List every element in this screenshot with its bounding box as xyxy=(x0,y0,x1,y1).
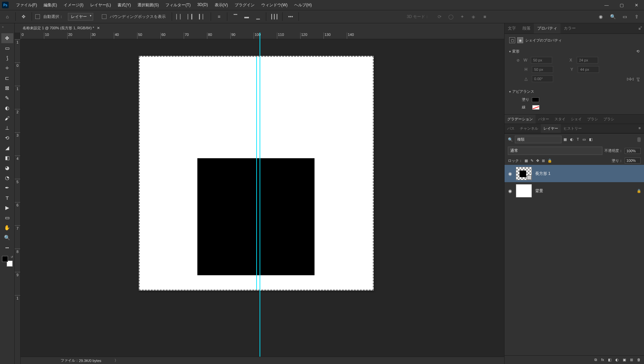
tab-properties[interactable]: プロパティ xyxy=(534,23,560,34)
workspace-icon[interactable]: ▭ xyxy=(620,12,629,21)
layer-rectangle1[interactable]: ◉ 長方形 1 xyxy=(505,165,644,182)
tab-layers[interactable]: レイヤー xyxy=(541,124,561,133)
tab-styles[interactable]: スタイ xyxy=(552,115,568,124)
healing-tool[interactable]: ◐ xyxy=(1,103,13,113)
layers-panel-menu-icon[interactable]: ≡ xyxy=(635,124,644,133)
adjustment-icon[interactable]: ◐ xyxy=(615,358,619,362)
layer-visibility-icon[interactable]: ◉ xyxy=(507,188,513,193)
swap-colors-icon[interactable]: ↺ xyxy=(11,255,13,259)
pen-tool[interactable]: ✒ xyxy=(1,183,13,193)
guide-line[interactable] xyxy=(256,57,257,290)
more-options-icon[interactable]: ••• xyxy=(286,12,295,21)
layer-visibility-icon[interactable]: ◉ xyxy=(507,171,513,176)
tab-channel[interactable]: チャンネル xyxy=(517,124,541,133)
hand-tool[interactable]: ✋ xyxy=(1,223,13,233)
align-hcenter-icon[interactable]: ▏▎ xyxy=(187,12,196,21)
tab-gradient[interactable]: グラデーション xyxy=(505,115,536,124)
artboard[interactable] xyxy=(139,56,374,291)
fill-swatch[interactable] xyxy=(532,97,539,102)
align-right-icon[interactable]: ▎▏ xyxy=(198,12,207,21)
lock-all-icon[interactable]: 🔒 xyxy=(547,159,552,163)
reset-transform-icon[interactable]: ⟲ xyxy=(636,49,639,54)
eraser-tool[interactable]: ◢ xyxy=(1,143,13,153)
align-bottom-icon[interactable]: ▁ xyxy=(253,12,263,21)
tab-brushes[interactable]: ブラシ xyxy=(584,115,601,124)
y-input[interactable] xyxy=(578,66,599,73)
ruler-horizontal[interactable]: 0102030405060708090100110120130140 xyxy=(21,33,504,39)
canvas[interactable] xyxy=(21,39,504,357)
clone-tool[interactable]: ⊥ xyxy=(1,123,13,133)
layer-filter-select[interactable]: 種類 xyxy=(515,136,561,143)
auto-select-checkbox[interactable] xyxy=(35,14,40,19)
type-tool[interactable]: T xyxy=(1,193,13,203)
tab-color[interactable]: カラー xyxy=(560,23,579,34)
filter-smart-icon[interactable]: ◧ xyxy=(589,137,592,142)
align-left-icon[interactable]: ▏▏ xyxy=(175,12,185,21)
x-input[interactable] xyxy=(577,57,598,63)
crop-tool[interactable]: ⊏ xyxy=(1,73,13,83)
menu-image[interactable]: イメージ(I) xyxy=(60,0,87,10)
fx-icon[interactable]: fx xyxy=(601,358,604,362)
show-bbox-checkbox[interactable] xyxy=(102,14,107,19)
angle-input[interactable] xyxy=(532,75,553,82)
tab-paragraph[interactable]: 段落 xyxy=(519,23,534,34)
path-select-tool[interactable]: ▶ xyxy=(1,203,13,213)
magic-wand-tool[interactable]: ✧ xyxy=(1,63,13,73)
eyedropper-tool[interactable]: ✎ xyxy=(1,93,13,103)
color-swatches[interactable]: ↺ xyxy=(1,255,13,267)
menu-type[interactable]: 書式(Y) xyxy=(114,0,134,10)
blur-tool[interactable]: ◕ xyxy=(1,163,13,173)
menu-file[interactable]: ファイル(F) xyxy=(13,0,40,10)
layer-thumb[interactable] xyxy=(516,184,532,197)
group-icon[interactable]: ▣ xyxy=(623,358,626,362)
edit-toolbar-button[interactable]: ••• xyxy=(1,243,13,253)
menu-layer[interactable]: レイヤー(L) xyxy=(87,0,114,10)
menu-window[interactable]: ウィンドウ(W) xyxy=(258,0,291,10)
marquee-tool[interactable]: ▭ xyxy=(1,43,13,53)
filter-type-icon[interactable]: T xyxy=(577,137,579,142)
minimize-button[interactable]: — xyxy=(599,0,614,10)
brush-tool[interactable]: 🖌 xyxy=(1,113,13,123)
history-brush-tool[interactable]: ⟲ xyxy=(1,133,13,143)
tab-path[interactable]: パス xyxy=(505,124,517,133)
close-button[interactable]: ✕ xyxy=(629,0,644,10)
lock-trans-icon[interactable]: ▦ xyxy=(525,159,528,163)
flip-v-icon[interactable]: ▽̲ xyxy=(637,77,639,81)
layer-name[interactable]: 長方形 1 xyxy=(535,171,550,177)
filter-pixel-icon[interactable]: ▦ xyxy=(563,137,567,142)
menu-view[interactable]: 表示(V) xyxy=(211,0,231,10)
menu-plugins[interactable]: プラグイン xyxy=(231,0,258,10)
menu-filter[interactable]: フィルター(T) xyxy=(162,0,194,10)
lock-artboard-icon[interactable]: ⊞ xyxy=(542,159,545,163)
blend-mode-select[interactable]: 通常 xyxy=(508,147,602,155)
move-tool[interactable]: ✥ xyxy=(1,33,13,43)
layer-thumb[interactable] xyxy=(516,167,532,180)
stroke-swatch[interactable] xyxy=(532,105,539,110)
menu-3d[interactable]: 3D(D) xyxy=(194,0,211,10)
menu-edit[interactable]: 編集(E) xyxy=(40,0,60,10)
menu-select[interactable]: 選択範囲(S) xyxy=(134,0,162,10)
tab-history[interactable]: ヒストリー xyxy=(561,124,584,133)
mask-add-icon[interactable]: ◧ xyxy=(608,358,611,362)
transform-section[interactable]: ▾ 変形 ⟲ xyxy=(509,47,639,56)
gradient-tool[interactable]: ◧ xyxy=(1,153,13,163)
layer-background[interactable]: ◉ 背景 🔒 xyxy=(505,182,644,199)
appearance-section[interactable]: ▾ アピアランス xyxy=(509,87,639,96)
home-icon[interactable]: ⌂ xyxy=(3,12,12,21)
filter-shape-icon[interactable]: ▭ xyxy=(582,137,586,142)
foreground-color[interactable] xyxy=(2,256,8,262)
flip-h-icon[interactable]: ▷|◁ xyxy=(627,77,633,81)
tab-brushset[interactable]: ブラシ xyxy=(601,115,617,124)
auto-select-target[interactable]: レイヤー xyxy=(68,13,93,21)
shape-tool[interactable]: ▭ xyxy=(1,213,13,223)
tab-shapes[interactable]: シェイ xyxy=(568,115,584,124)
new-layer-icon[interactable]: ⊞ xyxy=(630,358,633,362)
opacity-input[interactable] xyxy=(625,148,641,154)
panel-menu-icon[interactable]: ≡ xyxy=(635,25,644,33)
tab-character[interactable]: 文字 xyxy=(505,23,519,34)
filter-adjust-icon[interactable]: ◐ xyxy=(570,137,573,142)
height-input[interactable] xyxy=(532,66,553,73)
share-icon[interactable]: ⇪ xyxy=(632,12,641,21)
maximize-button[interactable]: ▢ xyxy=(614,0,629,10)
align-vcenter-icon[interactable]: ▬ xyxy=(242,12,251,21)
